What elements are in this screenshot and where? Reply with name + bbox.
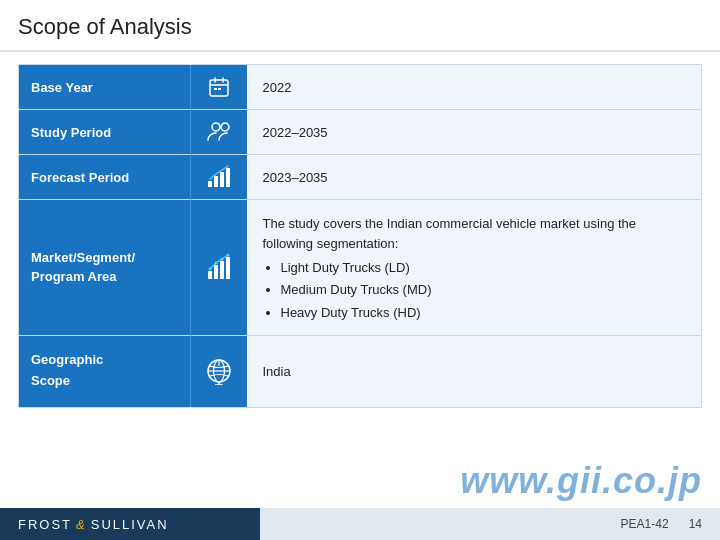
value-forecast-period: 2023–2035 (247, 155, 702, 200)
footer-brand: FROST & SULLIVAN (0, 508, 260, 540)
label-forecast-period: Forecast Period (19, 155, 191, 200)
footer-page: 14 (689, 517, 702, 531)
svg-point-7 (221, 123, 229, 131)
value-market-segment: The study covers the Indian commercial v… (247, 200, 702, 336)
icon-cell-base-year (191, 65, 247, 110)
svg-rect-11 (226, 168, 230, 187)
svg-point-17 (214, 262, 217, 265)
brand-ampersand: & (76, 517, 87, 532)
table-row-base-year: Base Year 2022 (19, 65, 702, 110)
svg-rect-13 (214, 265, 218, 279)
svg-rect-4 (214, 88, 217, 90)
label-geographic-scope: GeographicScope (19, 335, 191, 407)
brand-frost: FROST (18, 517, 72, 532)
label-base-year: Base Year (19, 65, 191, 110)
label-market-segment: Market/Segment/Program Area (19, 200, 191, 336)
svg-rect-10 (220, 172, 224, 187)
table-row-market: Market/Segment/Program Area (19, 200, 702, 336)
value-study-period: 2022–2035 (247, 110, 702, 155)
main-content: Base Year 2022 Study Period (0, 52, 720, 416)
svg-rect-14 (220, 261, 224, 279)
table-row-geographic-scope: GeographicScope India (19, 335, 702, 407)
watermark: www.gii.co.jp (460, 460, 702, 502)
forecast-icon (197, 165, 241, 189)
list-item: Light Duty Trucks (LD) (281, 258, 686, 278)
page-footer: FROST & SULLIVAN PEA1-42 14 (0, 508, 720, 540)
icon-cell-market (191, 200, 247, 336)
footer-right: PEA1-42 14 (260, 508, 720, 540)
globe-icon (197, 357, 241, 385)
market-intro: The study covers the Indian commercial v… (263, 216, 637, 251)
svg-rect-12 (208, 271, 212, 279)
icon-cell-geographic (191, 335, 247, 407)
label-study-period: Study Period (19, 110, 191, 155)
people-icon (197, 120, 241, 144)
svg-rect-9 (214, 176, 218, 187)
value-geographic-scope: India (247, 335, 702, 407)
svg-rect-5 (218, 88, 221, 90)
list-item: Heavy Duty Trucks (HD) (281, 303, 686, 323)
brand-sullivan: SULLIVAN (91, 517, 169, 532)
scope-table: Base Year 2022 Study Period (18, 64, 702, 408)
bar-chart-icon (197, 253, 241, 281)
svg-point-19 (226, 254, 229, 257)
page-header: Scope of Analysis (0, 0, 720, 52)
footer-doc-id: PEA1-42 (621, 517, 669, 531)
page-title: Scope of Analysis (18, 14, 702, 40)
value-base-year: 2022 (247, 65, 702, 110)
calendar-icon (197, 75, 241, 99)
svg-point-6 (212, 123, 220, 131)
icon-cell-study-period (191, 110, 247, 155)
table-row-study-period: Study Period 2022–2035 (19, 110, 702, 155)
svg-rect-15 (226, 257, 230, 279)
table-row-forecast-period: Forecast Period 2023–2035 (19, 155, 702, 200)
svg-point-18 (220, 258, 223, 261)
market-bullet-list: Light Duty Trucks (LD) Medium Duty Truck… (281, 258, 686, 322)
icon-cell-forecast-period (191, 155, 247, 200)
list-item: Medium Duty Trucks (MD) (281, 280, 686, 300)
svg-rect-8 (208, 181, 212, 187)
svg-point-16 (208, 268, 211, 271)
